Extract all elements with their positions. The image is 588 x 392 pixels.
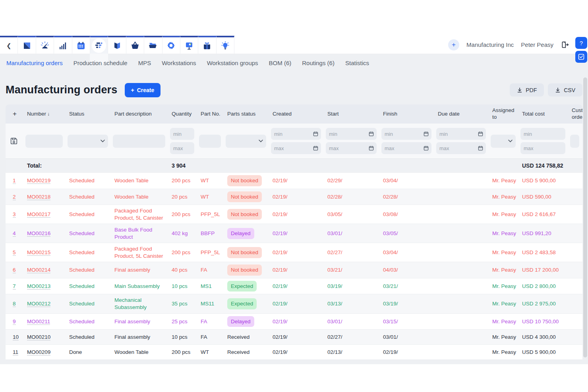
- tab-manufacturing-orders[interactable]: Manufacturing orders: [6, 60, 63, 66]
- filter-finish-max-input[interactable]: [381, 142, 431, 154]
- table-row[interactable]: 8 MO00212 Scheduled Mechanical Subassemb…: [6, 294, 582, 313]
- table-row[interactable]: 7 MO00213 Scheduled Main Subassembly 10 …: [6, 278, 582, 294]
- export-pdf-button[interactable]: PDF: [510, 83, 544, 97]
- user-name[interactable]: Peter Peasy: [521, 41, 553, 48]
- filter-created-min-input[interactable]: [271, 128, 321, 140]
- module-crm[interactable]: [36, 36, 54, 54]
- module-stock[interactable]: [108, 36, 126, 54]
- column-header-customer-order[interactable]: Customer order: [569, 105, 582, 123]
- order-number-link[interactable]: MO00215: [27, 249, 50, 256]
- order-number-link[interactable]: MO00211: [27, 319, 50, 325]
- table-row[interactable]: 10 MO00210 Scheduled Final assembly 10 p…: [6, 329, 582, 344]
- order-number-link[interactable]: MO00209: [27, 349, 50, 355]
- table-row[interactable]: 1 MO00219 Scheduled Wooden Table 200 pcs…: [6, 172, 582, 189]
- row-index-link[interactable]: 5: [13, 249, 16, 256]
- export-csv-button[interactable]: CSV: [548, 83, 582, 97]
- table-row[interactable]: 9 MO00211 Scheduled Final assembly 25 pc…: [6, 313, 582, 330]
- row-index-link[interactable]: 8: [13, 301, 16, 307]
- module-ideas[interactable]: [217, 36, 234, 54]
- column-header-assigned-to[interactable]: Assigned to: [489, 105, 519, 123]
- filter-created-max-input[interactable]: [271, 142, 321, 154]
- filter-quantity-max-input[interactable]: [170, 142, 194, 154]
- module-kiosk[interactable]: [180, 36, 198, 54]
- filter-start-max-input[interactable]: [326, 142, 377, 154]
- module-procurement[interactable]: [126, 36, 144, 54]
- filter-assigned-to-select[interactable]: [491, 135, 516, 148]
- column-header-part-no[interactable]: Part No.: [197, 109, 224, 120]
- module-statistics[interactable]: [54, 36, 72, 54]
- column-header-due-date[interactable]: Due date: [435, 109, 489, 120]
- row-index-link[interactable]: 1: [13, 178, 16, 184]
- vertical-scrollbar[interactable]: [583, 77, 587, 357]
- module-documents[interactable]: [144, 36, 162, 54]
- table-row[interactable]: 5 MO00215 Scheduled Packaged Food Produc…: [6, 243, 582, 262]
- filter-total-cost-max-input[interactable]: [520, 142, 565, 154]
- order-number-link[interactable]: MO00210: [27, 334, 50, 340]
- table-row[interactable]: 2 MO00218 Scheduled Wooden Table 20 pcs …: [6, 189, 582, 205]
- module-settings[interactable]: [162, 36, 180, 54]
- add-column-button[interactable]: +: [6, 108, 24, 120]
- column-header-part-description[interactable]: Part description: [111, 109, 168, 120]
- column-header-parts-status[interactable]: Parts status: [224, 109, 269, 120]
- filter-part-description-input[interactable]: [113, 135, 165, 148]
- logout-icon[interactable]: [561, 41, 569, 49]
- filter-part-no-input[interactable]: [199, 135, 221, 148]
- tab-bom-6-[interactable]: BOM (6): [269, 60, 292, 66]
- tab-routings-6-[interactable]: Routings (6): [302, 60, 335, 66]
- order-number-link[interactable]: MO00217: [27, 211, 50, 218]
- column-header-number[interactable]: Number↓: [24, 109, 66, 120]
- order-number-link[interactable]: MO00218: [27, 194, 50, 200]
- filter-total-cost-min-input[interactable]: [520, 128, 565, 140]
- order-number-link[interactable]: MO00216: [27, 230, 50, 237]
- filter-due-date-max-input[interactable]: [436, 142, 486, 154]
- create-button[interactable]: + Create: [125, 83, 161, 97]
- filter-customer-order-input[interactable]: [570, 135, 579, 148]
- column-header-start[interactable]: Start: [324, 109, 380, 120]
- module-production-planning[interactable]: [90, 36, 108, 54]
- save-icon[interactable]: [10, 137, 18, 145]
- row-index-link[interactable]: 6: [13, 267, 16, 273]
- part-description: Base Bulk Food Product: [111, 224, 168, 243]
- row-index-link[interactable]: 10: [13, 334, 19, 340]
- column-header-quantity[interactable]: Quantity: [168, 109, 197, 120]
- filter-start-min-input[interactable]: [326, 128, 377, 140]
- row-index-link[interactable]: 7: [13, 283, 16, 290]
- back-button[interactable]: ❮: [0, 36, 18, 54]
- table-row[interactable]: 6 MO00214 Scheduled Final assembly 40 pc…: [6, 262, 582, 278]
- module-calendar[interactable]: [72, 36, 90, 54]
- order-number-link[interactable]: MO00219: [27, 178, 50, 184]
- help-button[interactable]: ?: [575, 37, 587, 49]
- row-index-link[interactable]: 3: [13, 211, 16, 218]
- filter-finish-min-input[interactable]: [381, 128, 431, 140]
- tab-workstation-groups[interactable]: Workstation groups: [207, 60, 258, 66]
- order-number-link[interactable]: MO00212: [27, 301, 50, 307]
- order-number-link[interactable]: MO00213: [27, 283, 50, 290]
- tab-production-schedule[interactable]: Production schedule: [74, 60, 128, 66]
- table-row[interactable]: 3 MO00217 Scheduled Packaged Food Produc…: [6, 205, 582, 224]
- filter-quantity-min-input[interactable]: [170, 128, 194, 140]
- tab-statistics[interactable]: Statistics: [345, 60, 369, 66]
- table-row[interactable]: 4 MO00216 Scheduled Base Bulk Food Produ…: [6, 224, 582, 243]
- module-rewards[interactable]: [198, 36, 216, 54]
- add-button[interactable]: +: [448, 39, 459, 50]
- column-header-finish[interactable]: Finish: [380, 109, 435, 120]
- tab-workstations[interactable]: Workstations: [162, 60, 196, 66]
- filter-parts-status-select[interactable]: [226, 135, 266, 148]
- tasks-button[interactable]: [575, 51, 587, 63]
- column-header-created[interactable]: Created: [269, 109, 324, 120]
- module-dashboard[interactable]: [18, 36, 36, 54]
- column-header-total-cost[interactable]: Total cost: [519, 109, 569, 120]
- filter-due-date-min-input[interactable]: [436, 128, 486, 140]
- row-index-link[interactable]: 11: [13, 349, 18, 355]
- filter-number-input[interactable]: [25, 135, 63, 148]
- row-index-link[interactable]: 9: [13, 319, 16, 325]
- company-name[interactable]: Manufacturing Inc: [466, 41, 514, 48]
- order-number-link[interactable]: MO00214: [27, 267, 50, 273]
- row-index-link[interactable]: 2: [13, 194, 16, 200]
- customer-order-cell: [569, 284, 582, 289]
- tab-mps[interactable]: MPS: [138, 60, 151, 66]
- filter-status-select[interactable]: [68, 135, 108, 148]
- table-row[interactable]: 11 MO00209 Done Wooden Table 200 pcs WT …: [6, 344, 582, 359]
- column-header-status[interactable]: Status: [66, 109, 111, 120]
- row-index-link[interactable]: 4: [13, 230, 16, 237]
